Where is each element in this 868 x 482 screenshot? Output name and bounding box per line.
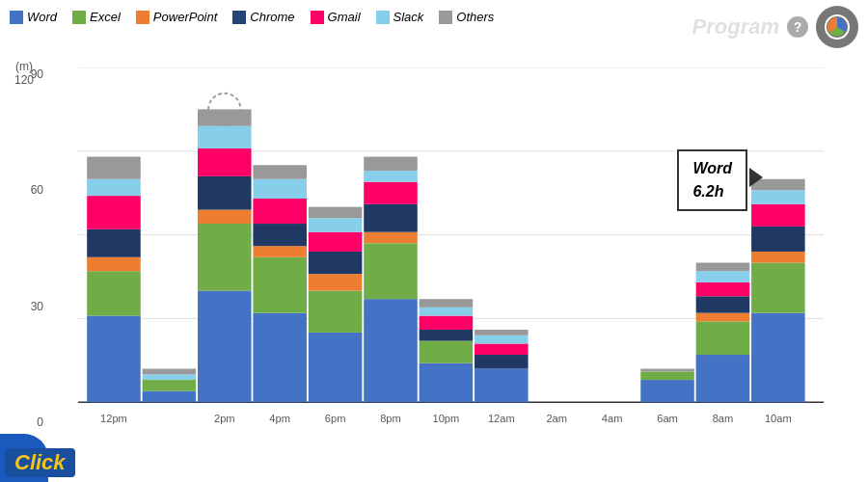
chart-svg: 12pm2pm4pm6pm8pm10pm12am2am4am6am8am10am — [48, 67, 854, 429]
bar-segment-others[interactable] — [420, 299, 474, 308]
bar-segment-word[interactable] — [364, 299, 418, 402]
bar-segment-slack[interactable] — [198, 126, 252, 148]
y-label-90: 90 — [31, 67, 43, 81]
bar-segment-powerpoint[interactable] — [696, 313, 750, 322]
bar-segment-others[interactable] — [364, 157, 418, 171]
bar-segment-others[interactable] — [696, 263, 750, 272]
bar-segment-word[interactable] — [309, 333, 363, 402]
x-label-8pm: 8pm — [380, 413, 401, 424]
bar-segment-gmail[interactable] — [696, 282, 750, 296]
x-label-6am: 6am — [657, 413, 678, 424]
bar-segment-chrome[interactable] — [475, 355, 529, 368]
bar-segment-others[interactable] — [143, 369, 197, 375]
bar-segment-gmail[interactable] — [309, 232, 363, 252]
click-badge[interactable]: Click — [5, 448, 75, 477]
bar-segment-others[interactable] — [309, 207, 363, 219]
program-area: Program ? — [692, 6, 858, 48]
bar-segment-gmail[interactable] — [420, 316, 474, 330]
bar-segment-powerpoint[interactable] — [198, 210, 252, 224]
bar-segment-slack[interactable] — [751, 190, 805, 203]
bar-segment-chrome[interactable] — [420, 330, 474, 341]
bar-segment-powerpoint[interactable] — [309, 274, 363, 290]
bar-segment-slack[interactable] — [420, 308, 474, 316]
program-label: Program — [692, 14, 779, 40]
program-help-button[interactable]: ? — [787, 16, 808, 38]
x-label-4pm: 4pm — [269, 413, 290, 424]
legend-item-gmail: Gmail — [311, 10, 361, 24]
legend-swatch-word — [10, 11, 23, 24]
bar-segment-word[interactable] — [751, 313, 805, 403]
bar-segment-word[interactable] — [253, 313, 307, 403]
bar-segment-gmail[interactable] — [87, 196, 141, 229]
bar-segment-excel[interactable] — [696, 321, 750, 355]
bar-segment-word[interactable] — [87, 316, 141, 403]
bar-segment-gmail[interactable] — [364, 182, 418, 204]
bar-segment-word[interactable] — [640, 380, 694, 402]
legend-swatch-powerpoint — [136, 11, 149, 24]
legend-swatch-chrome — [232, 11, 246, 24]
bar-segment-chrome[interactable] — [364, 204, 418, 232]
x-label-8am: 8am — [713, 413, 734, 424]
click-badge-text: Click — [14, 450, 66, 474]
bar-segment-powerpoint[interactable] — [87, 257, 141, 271]
bar-segment-others[interactable] — [640, 369, 694, 372]
bar-segment-powerpoint[interactable] — [751, 252, 805, 263]
bar-segment-chrome[interactable] — [751, 227, 805, 252]
bar-segment-gmail[interactable] — [253, 199, 307, 224]
y-label-60: 60 — [31, 183, 43, 197]
bar-segment-word[interactable] — [696, 355, 750, 402]
bar-segment-others[interactable] — [253, 165, 307, 178]
bar-segment-powerpoint[interactable] — [253, 246, 307, 257]
bar-segment-slack[interactable] — [253, 179, 307, 199]
bar-segment-gmail[interactable] — [475, 343, 529, 355]
bar-segment-excel[interactable] — [198, 224, 252, 290]
bar-segment-others[interactable] — [475, 330, 529, 335]
bar-segment-slack[interactable] — [364, 171, 418, 182]
bar-segment-word[interactable] — [198, 290, 252, 402]
bar-segment-slack[interactable] — [87, 179, 141, 196]
bar-segment-word[interactable] — [420, 363, 474, 403]
bar-segment-powerpoint[interactable] — [364, 232, 418, 244]
bar-segment-chrome[interactable] — [309, 252, 363, 274]
legend-swatch-others — [439, 11, 452, 24]
bar-segment-excel[interactable] — [309, 290, 363, 332]
legend-swatch-excel — [72, 11, 86, 24]
y-label-30: 30 — [31, 300, 43, 313]
bar-segment-excel[interactable] — [751, 263, 805, 313]
bar-segment-word[interactable] — [143, 391, 197, 403]
bar-segment-excel[interactable] — [143, 380, 197, 391]
bar-segment-gmail[interactable] — [198, 148, 252, 176]
chart-area: 12pm2pm4pm6pm8pm10pm12am2am4am6am8am10am… — [48, 67, 854, 429]
x-label-6pm: 6pm — [325, 413, 346, 424]
x-label-12pm: 12pm — [100, 413, 127, 424]
x-label-12am: 12am — [488, 413, 515, 424]
bar-segment-excel[interactable] — [87, 271, 141, 315]
x-label-4am: 4am — [602, 413, 623, 424]
chart-legend: WordExcelPowerPointChromeGmailSlackOther… — [10, 10, 588, 24]
bar-segment-slack[interactable] — [475, 335, 529, 344]
bar-segment-chrome[interactable] — [198, 176, 252, 210]
legend-item-others: Others — [439, 10, 494, 24]
bar-segment-chrome[interactable] — [696, 296, 750, 312]
bar-segment-excel[interactable] — [364, 243, 418, 299]
y-label-0: 0 — [37, 415, 43, 429]
bar-segment-word[interactable] — [475, 369, 529, 403]
bar-segment-excel[interactable] — [420, 341, 474, 363]
bar-segment-others[interactable] — [198, 109, 252, 125]
x-label-2pm: 2pm — [214, 413, 235, 424]
bar-segment-gmail[interactable] — [751, 204, 805, 227]
legend-item-excel: Excel — [72, 10, 121, 24]
legend-item-chrome: Chrome — [232, 10, 294, 24]
legend-item-word: Word — [10, 10, 57, 24]
bar-segment-slack[interactable] — [696, 271, 750, 282]
bar-segment-others[interactable] — [87, 157, 141, 179]
bar-segment-chrome[interactable] — [87, 229, 141, 257]
program-chart-button[interactable] — [816, 6, 858, 48]
bar-segment-chrome[interactable] — [253, 224, 307, 246]
bar-segment-slack[interactable] — [309, 218, 363, 231]
bar-segment-excel[interactable] — [640, 371, 694, 380]
bar-segment-excel[interactable] — [253, 257, 307, 313]
x-label-2am: 2am — [546, 413, 567, 424]
x-label-10am: 10am — [765, 413, 792, 424]
bar-segment-slack[interactable] — [143, 374, 197, 380]
